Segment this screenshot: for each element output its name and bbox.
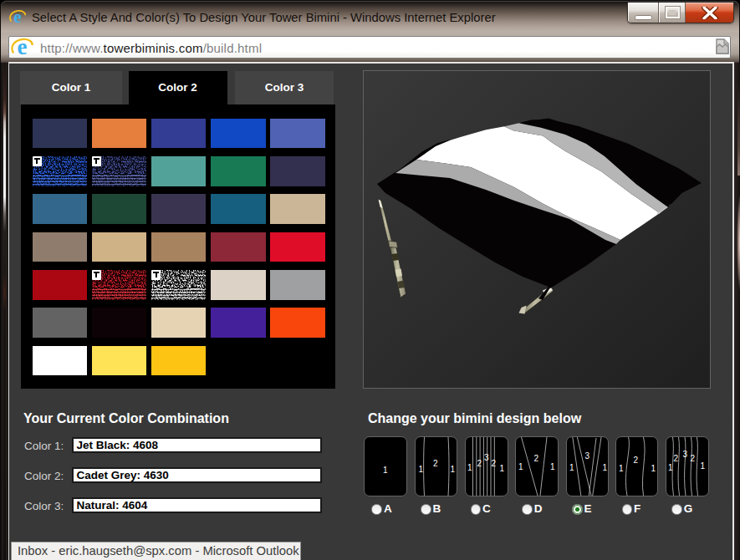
svg-text:2: 2 bbox=[433, 459, 438, 468]
svg-text:2: 2 bbox=[633, 456, 638, 465]
svg-text:1: 1 bbox=[602, 463, 607, 472]
svg-text:1: 1 bbox=[467, 463, 472, 472]
svg-text:1: 1 bbox=[450, 465, 455, 474]
svg-text:1: 1 bbox=[619, 464, 624, 473]
svg-text:1: 1 bbox=[418, 465, 423, 474]
svg-text:2: 2 bbox=[492, 459, 497, 468]
svg-text:1: 1 bbox=[383, 466, 388, 475]
svg-text:1: 1 bbox=[518, 462, 523, 471]
svg-text:1: 1 bbox=[651, 464, 656, 473]
svg-text:1: 1 bbox=[569, 463, 574, 472]
svg-text:2: 2 bbox=[534, 454, 539, 463]
svg-text:1: 1 bbox=[701, 461, 706, 471]
svg-text:1: 1 bbox=[500, 464, 505, 473]
svg-text:3: 3 bbox=[584, 451, 589, 461]
svg-text:2: 2 bbox=[691, 454, 696, 463]
svg-text:2: 2 bbox=[674, 454, 679, 463]
svg-text:3: 3 bbox=[484, 453, 489, 462]
svg-text:3: 3 bbox=[683, 450, 688, 459]
svg-text:1: 1 bbox=[550, 462, 555, 471]
svg-text:2: 2 bbox=[477, 459, 482, 468]
svg-text:1: 1 bbox=[668, 463, 673, 472]
